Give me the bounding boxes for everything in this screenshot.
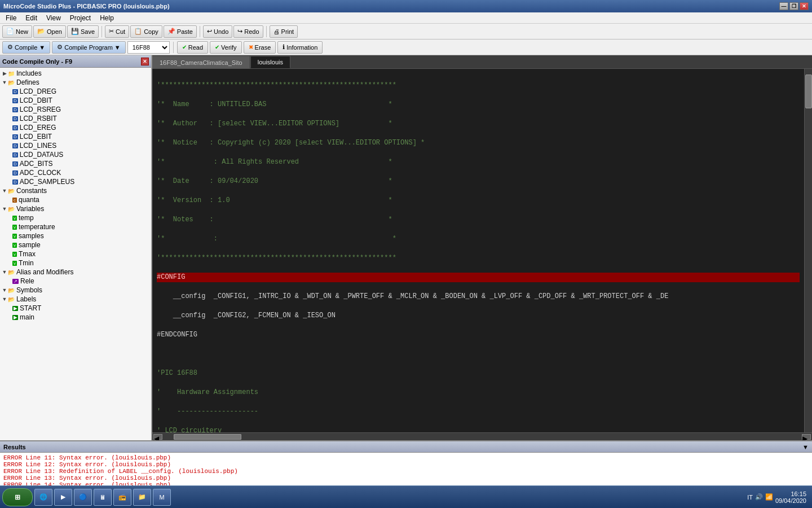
restore-button[interactable]: ❐ bbox=[789, 2, 798, 10]
taskbar-explorer[interactable]: 📁 bbox=[133, 489, 151, 506]
sidebar-header: Code Compile Only - F9 ✕ bbox=[0, 55, 151, 68]
taskbar: ⊞ 🌐 ▶ 🔵 🖩 📻 📁 M IT 🔊 📶 16:15 09/04/2020 bbox=[0, 485, 812, 508]
sidebar-tree: ▶ 📁 Includes ▼ 📂 Defines D LCD_DREG D LC… bbox=[0, 68, 151, 440]
compile-button[interactable]: ⚙ Compile ▼ bbox=[2, 41, 50, 54]
tree-lcd-dataus[interactable]: D LCD_DATAUS bbox=[1, 150, 150, 159]
separator-1 bbox=[102, 26, 102, 37]
erase-icon: ✖ bbox=[249, 44, 253, 50]
tree-constants[interactable]: ▼ 📂 Constants bbox=[1, 186, 150, 195]
code-line-11: #CONFIG bbox=[157, 273, 800, 282]
tree-includes[interactable]: ▶ 📁 Includes bbox=[1, 69, 150, 78]
menu-edit[interactable]: Edit bbox=[21, 13, 42, 23]
information-button[interactable]: ℹ Information bbox=[277, 41, 323, 54]
separator-4 bbox=[173, 42, 174, 53]
compile-program-button[interactable]: ⚙ Compile Program ▼ bbox=[52, 41, 125, 54]
minimize-button[interactable]: — bbox=[779, 2, 788, 10]
compile-program-icon: ⚙ bbox=[57, 43, 63, 51]
verify-icon: ✔ bbox=[215, 44, 219, 50]
taskbar-ie[interactable]: 🌐 bbox=[34, 489, 52, 506]
menu-view[interactable]: View bbox=[42, 13, 65, 23]
expand-symbols-icon: ▼ bbox=[1, 287, 8, 293]
tree-adc-bits[interactable]: D ADC_BITS bbox=[1, 159, 150, 168]
tree-main[interactable]: ▶ main bbox=[1, 313, 150, 322]
results-header: Results ▼ bbox=[0, 441, 812, 453]
expand-labels-icon: ▼ bbox=[1, 296, 8, 302]
tree-labels[interactable]: ▼ 📂 Labels bbox=[1, 295, 150, 304]
error-line-3: ERROR Line 13: Redefinition of LABEL __c… bbox=[3, 468, 809, 475]
calculator-icon: 🖩 bbox=[100, 494, 106, 501]
network-icon: 🔊 bbox=[755, 493, 763, 501]
media-icon: ▶ bbox=[61, 493, 65, 501]
taskbar-calculator[interactable]: 🖩 bbox=[94, 489, 112, 506]
new-button[interactable]: 📄 New bbox=[2, 25, 32, 38]
main-toolbar: 📄 New 📂 Open 💾 Save ✂ Cut 📋 Copy 📌 Paste… bbox=[0, 24, 812, 40]
code-line-4: '* Notice : Copyright (c) 2020 [select V… bbox=[157, 138, 800, 148]
tree-lcd-ereg[interactable]: D LCD_EREG bbox=[1, 123, 150, 132]
taskbar-radio[interactable]: 📻 bbox=[113, 489, 131, 506]
chip-select[interactable]: 16F88 16F877A 18F452 bbox=[127, 41, 170, 54]
verify-button[interactable]: ✔ Verify bbox=[210, 41, 242, 54]
start-button[interactable]: ⊞ bbox=[2, 488, 33, 506]
open-button[interactable]: 📂 Open bbox=[33, 25, 66, 38]
tab-louislouis[interactable]: louislouis bbox=[250, 56, 290, 68]
redo-button[interactable]: ↪ Redo bbox=[233, 25, 263, 38]
tree-tmin[interactable]: v Tmin bbox=[1, 259, 150, 268]
scrollbar-thumb[interactable] bbox=[805, 75, 812, 108]
tree-temperature[interactable]: v temperature bbox=[1, 222, 150, 231]
radio-icon: 📻 bbox=[118, 493, 126, 501]
paste-button[interactable]: 📌 Paste bbox=[164, 25, 197, 38]
new-icon: 📄 bbox=[6, 28, 14, 35]
expand-defines-icon: ▼ bbox=[1, 80, 8, 85]
tree-tmax[interactable]: v Tmax bbox=[1, 249, 150, 259]
tree-lcd-dbit[interactable]: D LCD_DBIT bbox=[1, 96, 150, 105]
tree-symbols[interactable]: ▼ 📂 Symbols bbox=[1, 286, 150, 295]
tree-alias[interactable]: ▼ 📂 Alias and Modifiers bbox=[1, 268, 150, 277]
vertical-scrollbar[interactable] bbox=[804, 69, 812, 432]
hscroll-right-button[interactable]: ▶ bbox=[802, 434, 811, 440]
folder-alias-icon: 📂 bbox=[8, 269, 15, 275]
cut-button[interactable]: ✂ Cut bbox=[105, 25, 129, 38]
chrome-icon: 🔵 bbox=[79, 493, 87, 501]
code-editor[interactable]: '***************************************… bbox=[152, 69, 804, 432]
tree-adc-sampleus[interactable]: D ADC_SAMPLEUS bbox=[1, 177, 150, 186]
tree-adc-clock[interactable]: D ADC_CLOCK bbox=[1, 168, 150, 177]
print-button[interactable]: 🖨 Print bbox=[270, 25, 298, 38]
tree-lcd-rsbit[interactable]: D LCD_RSBIT bbox=[1, 114, 150, 123]
code-line-19: ' LCD circuitery bbox=[157, 426, 800, 432]
results-dropdown-icon[interactable]: ▼ bbox=[802, 444, 809, 450]
code-text: '***************************************… bbox=[152, 69, 804, 432]
taskbar-megaupload[interactable]: M bbox=[153, 489, 171, 506]
tree-variables[interactable]: ▼ 📂 Variables bbox=[1, 204, 150, 213]
tree-lcd-rsreg[interactable]: D LCD_RSREG bbox=[1, 105, 150, 114]
close-button[interactable]: ✕ bbox=[800, 2, 809, 10]
hscroll-thumb[interactable] bbox=[174, 434, 241, 440]
tree-lcd-dreg[interactable]: D LCD_DREG bbox=[1, 87, 150, 96]
tree-temp[interactable]: v temp bbox=[1, 213, 150, 222]
erase-button[interactable]: ✖ Erase bbox=[244, 41, 276, 54]
copy-button[interactable]: 📋 Copy bbox=[130, 25, 162, 38]
undo-button[interactable]: ↩ Undo bbox=[203, 25, 232, 38]
tree-lcd-lines[interactable]: D LCD_LINES bbox=[1, 141, 150, 150]
hscroll-left-button[interactable]: ◀ bbox=[153, 434, 162, 440]
code-line-14: #ENDCONFIG bbox=[157, 330, 800, 340]
tree-start[interactable]: ▶ START bbox=[1, 304, 150, 313]
tree-samples[interactable]: v samples bbox=[1, 231, 150, 240]
menu-help[interactable]: Help bbox=[95, 13, 118, 23]
sidebar-close-button[interactable]: ✕ bbox=[141, 58, 149, 65]
tree-defines[interactable]: ▼ 📂 Defines bbox=[1, 78, 150, 87]
taskbar-chrome[interactable]: 🔵 bbox=[74, 489, 92, 506]
tab-camera[interactable]: 16F88_CameraClimatica_Sito bbox=[152, 56, 250, 68]
tree-sample[interactable]: v sample bbox=[1, 240, 150, 249]
save-button[interactable]: 💾 Save bbox=[67, 25, 99, 38]
tree-rele[interactable]: ↗ Rele bbox=[1, 277, 150, 286]
separator-3 bbox=[266, 26, 267, 37]
volume-icon: 📶 bbox=[765, 493, 773, 501]
horizontal-scrollbar[interactable]: ◀ ▶ bbox=[152, 432, 812, 440]
read-button[interactable]: ✔ Read bbox=[177, 41, 208, 54]
tree-quanta[interactable]: c quanta bbox=[1, 195, 150, 204]
taskbar-mediaplayer[interactable]: ▶ bbox=[54, 489, 72, 506]
menu-file[interactable]: File bbox=[1, 13, 21, 23]
menu-project[interactable]: Project bbox=[65, 13, 95, 23]
tree-lcd-ebit[interactable]: D LCD_EBIT bbox=[1, 132, 150, 141]
code-editor-wrapper: '***************************************… bbox=[152, 69, 812, 432]
